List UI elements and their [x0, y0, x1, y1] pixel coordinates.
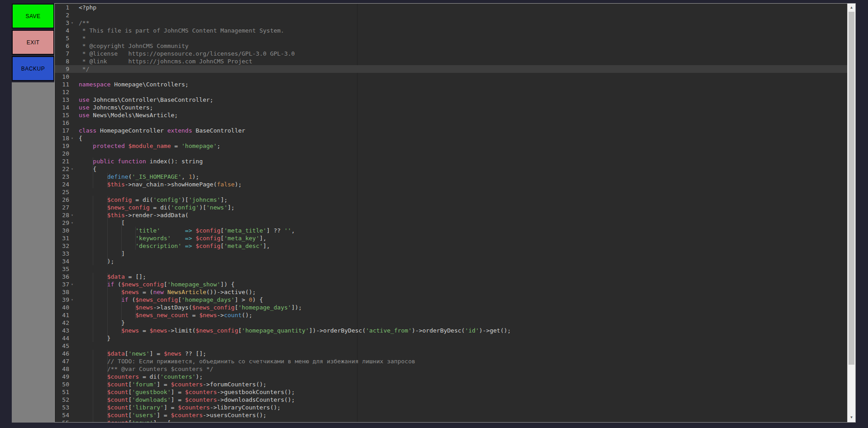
fold-icon[interactable]: ▾ — [71, 296, 77, 304]
fold-icon[interactable]: ▾ — [71, 211, 77, 219]
code-text: * @copyright JohnCMS Community — [77, 42, 847, 50]
code-line[interactable]: 26 $config = di('config')['johncms']; — [55, 196, 847, 204]
code-area[interactable]: 1<?php23▾/**4 * This file is part of Joh… — [55, 4, 847, 422]
vertical-scrollbar[interactable]: ▲ ▼ — [847, 4, 855, 422]
indent-guide — [135, 234, 136, 242]
code-line[interactable]: 12 — [55, 88, 847, 96]
code-text — [77, 150, 847, 157]
code-line[interactable]: 1<?php — [55, 4, 847, 11]
code-line[interactable]: 19 protected $module_name = 'homepage'; — [55, 142, 847, 150]
code-text — [77, 88, 847, 96]
code-text: $data['news'] = $news ?? []; — [77, 350, 847, 357]
fold-spacer — [71, 396, 77, 404]
fold-spacer — [71, 242, 77, 250]
fold-spacer — [71, 350, 77, 357]
code-line[interactable]: 48 /** @var Counters $counters */ — [55, 365, 847, 373]
code-line[interactable]: 34 ); — [55, 257, 847, 265]
code-line[interactable]: 44 } — [55, 334, 847, 342]
code-line[interactable]: 45 — [55, 342, 847, 350]
code-line[interactable]: 32 'description' => $config['meta_desc']… — [55, 242, 847, 250]
code-line[interactable]: 46 $data['news'] = $news ?? []; — [55, 350, 847, 357]
code-line[interactable]: 15use News\Models\NewsArticle; — [55, 111, 847, 119]
code-line[interactable]: 10 — [55, 73, 847, 81]
code-line[interactable]: 36 $data = []; — [55, 273, 847, 281]
code-line[interactable]: 13use Johncms\Controller\BaseController; — [55, 96, 847, 104]
code-line[interactable]: 51 $count['guestbook'] = $counters->gues… — [55, 388, 847, 396]
indent-guide — [107, 357, 108, 365]
code-line[interactable]: 4 * This file is part of JohnCMS Content… — [55, 27, 847, 34]
code-text: public function index(): string — [77, 157, 847, 165]
code-line[interactable]: 29▾ [ — [55, 219, 847, 227]
code-line[interactable]: 28▾ $this->render->addData( — [55, 211, 847, 219]
indent-guide — [93, 173, 93, 181]
scroll-down-icon[interactable]: ▼ — [848, 414, 855, 421]
code-line[interactable]: 49 $counters = di('counters'); — [55, 373, 847, 380]
code-line[interactable]: 5 * — [55, 34, 847, 42]
code-editor[interactable]: 1<?php23▾/**4 * This file is part of Joh… — [54, 3, 856, 423]
code-line[interactable]: 25 — [55, 188, 847, 196]
code-line[interactable]: 52 $count['downloads'] = $counters->down… — [55, 396, 847, 404]
code-line[interactable]: 9 */ — [55, 65, 847, 73]
backup-button[interactable]: BACKUP — [12, 56, 54, 81]
code-line[interactable]: 6 * @copyright JohnCMS Community — [55, 42, 847, 50]
save-button[interactable]: SAVE — [12, 4, 54, 29]
code-text: /** @var Counters $counters */ — [77, 365, 847, 373]
code-line[interactable]: 16 — [55, 119, 847, 127]
fold-icon[interactable]: ▾ — [71, 134, 77, 142]
code-line[interactable]: 22▾ { — [55, 165, 847, 173]
fold-icon[interactable]: ▾ — [71, 419, 77, 422]
fold-icon[interactable]: ▾ — [71, 281, 77, 288]
scroll-up-icon[interactable]: ▲ — [848, 4, 855, 11]
code-line[interactable]: 20 — [55, 150, 847, 157]
code-line[interactable]: 47 // TODO: Если приживется, объединить … — [55, 357, 847, 365]
code-line[interactable]: 43 $news = $news->limit($news_config['ho… — [55, 327, 847, 334]
fold-spacer — [71, 96, 77, 104]
code-text: use News\Models\NewsArticle; — [77, 111, 847, 119]
code-line[interactable]: 21 public function index(): string — [55, 157, 847, 165]
code-line[interactable]: 41 $news_new_count = $news->count(); — [55, 311, 847, 319]
line-number: 2 — [55, 11, 71, 19]
code-text: $news = (new NewsArticle())->active(); — [77, 288, 847, 296]
code-line[interactable]: 53 $count['library'] = $counters->librar… — [55, 404, 847, 411]
code-text: $count['library'] = $counters->libraryCo… — [77, 404, 847, 411]
code-line[interactable]: 31 'keywords' => $config['meta_key'], — [55, 234, 847, 242]
code-text: $this->render->addData( — [77, 211, 847, 219]
code-line[interactable]: 11namespace Homepage\Controllers; — [55, 81, 847, 88]
code-text: if ($news_config['homepage_show']) { — [77, 281, 847, 288]
code-line[interactable]: 14use Johncms\Counters; — [55, 104, 847, 111]
code-line[interactable]: 8 * @link https://johncms.com JohnCMS Pr… — [55, 57, 847, 65]
code-line[interactable]: 24 $this->nav_chain->showHomePage(false)… — [55, 181, 847, 188]
code-line[interactable]: 39▾ if ($news_config['homepage_days'] > … — [55, 296, 847, 304]
code-line[interactable]: 17class HomepageController extends BaseC… — [55, 127, 847, 134]
code-line[interactable]: 18▾{ — [55, 134, 847, 142]
code-line[interactable]: 50 $count['forum'] = $counters->forumCou… — [55, 380, 847, 388]
code-line[interactable]: 27 $news_config = di('config')['news']; — [55, 204, 847, 211]
code-line[interactable]: 2 — [55, 11, 847, 19]
code-line[interactable]: 3▾/** — [55, 19, 847, 27]
code-line[interactable]: 7 * @license https://opensource.org/lice… — [55, 50, 847, 57]
code-line[interactable]: 38 $news = (new NewsArticle())->active()… — [55, 288, 847, 296]
code-line[interactable]: 54 $count['users'] = $counters->usersCou… — [55, 411, 847, 419]
indent-guide — [107, 350, 108, 357]
code-text: $count['guestbook'] = $counters->guestbo… — [77, 388, 847, 396]
fold-icon[interactable]: ▾ — [71, 219, 77, 227]
fold-icon[interactable]: ▾ — [71, 19, 77, 27]
scroll-thumb[interactable] — [849, 12, 854, 365]
line-number: 18 — [55, 134, 71, 142]
code-line[interactable]: 30 'title' => $config['meta_title'] ?? '… — [55, 227, 847, 234]
code-line[interactable]: 55▾ $count['news'] = [ — [55, 419, 847, 422]
indent-guide — [93, 142, 93, 150]
code-line[interactable]: 23 define('_IS_HOMEPAGE', 1); — [55, 173, 847, 181]
code-text: * @link https://johncms.com JohnCMS Proj… — [77, 57, 847, 65]
line-number: 43 — [55, 327, 71, 334]
code-line[interactable]: 37▾ if ($news_config['homepage_show']) { — [55, 281, 847, 288]
line-number: 30 — [55, 227, 71, 234]
code-line[interactable]: 33 ] — [55, 250, 847, 257]
code-text: */ — [77, 65, 847, 73]
code-line[interactable]: 40 $news->lastDays($news_config['homepag… — [55, 304, 847, 311]
code-text: $count['forum'] = $counters->forumCounte… — [77, 380, 847, 388]
exit-button[interactable]: EXIT — [12, 30, 54, 55]
code-line[interactable]: 42 } — [55, 319, 847, 327]
code-line[interactable]: 35 — [55, 265, 847, 273]
fold-icon[interactable]: ▾ — [71, 165, 77, 173]
